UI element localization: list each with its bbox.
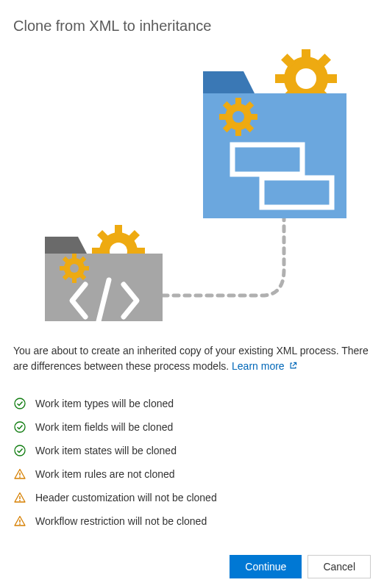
warning-icon — [13, 467, 26, 481]
description-body: You are about to create an inherited cop… — [13, 345, 369, 372]
checklist-item: Work item fields will be cloned — [13, 415, 371, 439]
svg-point-9 — [296, 68, 316, 89]
svg-point-56 — [19, 523, 21, 525]
svg-rect-24 — [115, 225, 122, 235]
checklist-text: Work item types will be cloned — [35, 398, 174, 409]
svg-point-43 — [70, 264, 79, 273]
checklist-item: Work item states will be cloned — [13, 439, 371, 462]
checklist-item: Work item rules are not cloned — [13, 462, 371, 486]
svg-point-50 — [19, 476, 21, 478]
svg-point-20 — [232, 111, 244, 123]
checklist-item: Work item types will be cloned — [13, 392, 371, 415]
svg-rect-3 — [275, 74, 287, 83]
clone-illustration — [13, 49, 371, 321]
dialog-footer: Continue Cancel — [13, 555, 371, 578]
illustration-svg — [34, 49, 350, 321]
svg-rect-12 — [235, 98, 241, 107]
external-link-icon — [289, 361, 297, 373]
checklist-text: Header customization will not be cloned — [35, 492, 217, 503]
svg-rect-15 — [249, 114, 257, 120]
svg-rect-14 — [219, 114, 228, 120]
svg-point-53 — [19, 500, 21, 501]
checklist-text: Work item states will be cloned — [35, 445, 177, 456]
description-text: You are about to create an inherited cop… — [13, 343, 371, 374]
clone-checklist: Work item types will be cloned Work item… — [13, 392, 371, 533]
svg-point-45 — [15, 398, 25, 409]
warning-icon — [13, 491, 26, 504]
svg-rect-37 — [60, 266, 66, 270]
checklist-text: Work item rules are not cloned — [35, 468, 175, 480]
dialog-title: Clone from XML to inheritance — [13, 18, 371, 35]
svg-rect-4 — [325, 74, 337, 83]
learn-more-link[interactable]: Learn more — [232, 360, 285, 372]
svg-rect-38 — [82, 266, 89, 270]
checklist-item: Header customization will not be cloned — [13, 486, 371, 509]
svg-rect-35 — [72, 254, 77, 260]
cancel-button[interactable]: Cancel — [307, 555, 371, 578]
continue-button[interactable]: Continue — [230, 555, 302, 578]
checklist-text: Work item fields will be cloned — [35, 421, 173, 433]
warning-icon — [13, 514, 26, 528]
svg-rect-10 — [203, 93, 346, 218]
success-icon — [13, 420, 26, 434]
svg-point-47 — [15, 445, 25, 456]
success-icon — [13, 397, 26, 410]
svg-rect-1 — [302, 49, 310, 60]
svg-rect-13 — [235, 127, 241, 136]
checklist-item: Workflow restriction will not be cloned — [13, 509, 371, 533]
success-icon — [13, 444, 26, 457]
svg-rect-36 — [72, 276, 77, 283]
svg-point-46 — [15, 422, 25, 432]
checklist-text: Workflow restriction will not be cloned — [35, 515, 207, 527]
